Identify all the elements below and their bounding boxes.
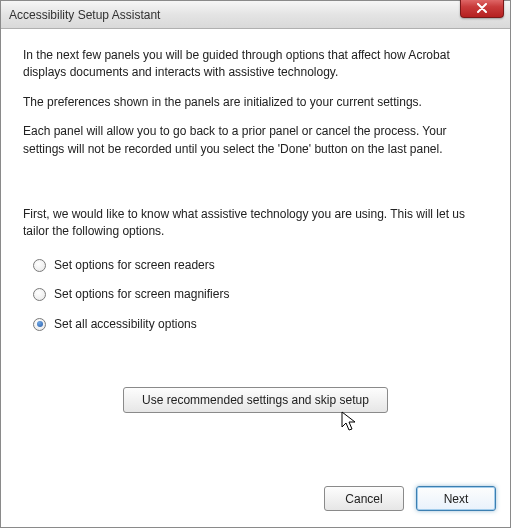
radio-label: Set options for screen readers — [54, 257, 215, 274]
intro-paragraph-3: Each panel will allow you to go back to … — [23, 123, 488, 158]
recommend-row: Use recommended settings and skip setup — [23, 387, 488, 413]
radio-label: Set all accessibility options — [54, 316, 197, 333]
window-title: Accessibility Setup Assistant — [9, 8, 504, 22]
close-button[interactable] — [460, 0, 504, 18]
intro-paragraph-1: In the next few panels you will be guide… — [23, 47, 488, 82]
dialog-content: In the next few panels you will be guide… — [1, 29, 510, 476]
dialog-window: Accessibility Setup Assistant In the nex… — [0, 0, 511, 528]
prompt-text: First, we would like to know what assist… — [23, 206, 488, 241]
use-recommended-button[interactable]: Use recommended settings and skip setup — [123, 387, 388, 413]
intro-paragraph-2: The preferences shown in the panels are … — [23, 94, 488, 111]
radio-option-screen-readers[interactable]: Set options for screen readers — [33, 257, 488, 274]
radio-icon — [33, 288, 46, 301]
cancel-button[interactable]: Cancel — [324, 486, 404, 511]
intro-text: In the next few panels you will be guide… — [23, 47, 488, 170]
next-button[interactable]: Next — [416, 486, 496, 511]
radio-option-set-all[interactable]: Set all accessibility options — [33, 316, 488, 333]
radio-icon — [33, 318, 46, 331]
radio-option-screen-magnifiers[interactable]: Set options for screen magnifiers — [33, 286, 488, 303]
titlebar: Accessibility Setup Assistant — [1, 1, 510, 29]
prompt-block: First, we would like to know what assist… — [23, 206, 488, 345]
close-icon — [476, 3, 488, 13]
dialog-footer: Cancel Next — [1, 476, 510, 527]
radio-label: Set options for screen magnifiers — [54, 286, 229, 303]
radio-group: Set options for screen readers Set optio… — [33, 257, 488, 333]
radio-icon — [33, 259, 46, 272]
